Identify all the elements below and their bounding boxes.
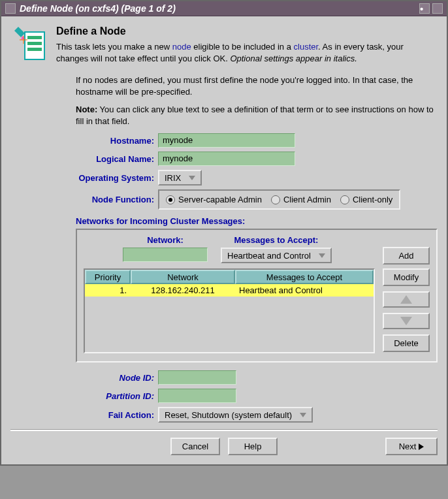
chevron-down-icon — [189, 176, 195, 180]
arrow-up-icon — [400, 295, 412, 304]
node-id-input[interactable] — [158, 370, 236, 385]
wizard-icon — [10, 25, 48, 65]
os-value: IRIX — [165, 173, 181, 183]
svg-rect-2 — [27, 42, 42, 45]
col-messages[interactable]: Messages to Accept — [235, 270, 374, 284]
page-title: Define a Node — [56, 25, 438, 37]
node-function-group: Server-capable Admin Client Admin Client… — [158, 189, 400, 210]
footer: Cancel Help Next — [1, 435, 447, 464]
titlebar[interactable]: Define Node (on cxfs4) (Page 1 of 2) • — [1, 1, 447, 16]
link-node[interactable]: node — [172, 42, 191, 52]
svg-rect-1 — [27, 36, 42, 39]
hostname-label[interactable]: Hostname: — [10, 136, 158, 146]
move-up-button[interactable] — [383, 291, 430, 308]
network-field-label[interactable]: Network: — [147, 235, 184, 245]
os-dropdown[interactable]: IRIX — [158, 170, 202, 185]
col-network[interactable]: Network — [131, 270, 235, 284]
separator — [10, 429, 438, 431]
logicalname-label[interactable]: Logical Name: — [10, 154, 158, 164]
chevron-down-icon — [300, 413, 306, 417]
radio-client-admin[interactable]: Client Admin — [271, 195, 331, 204]
svg-marker-4 — [14, 27, 25, 37]
modify-button[interactable]: Modify — [383, 268, 430, 286]
paragraph-2: If no nodes are defined, you must first … — [76, 74, 438, 97]
window-title: Define Node (on cxfs4) (Page 1 of 2) — [20, 3, 176, 14]
help-button[interactable]: Help — [228, 438, 278, 455]
move-down-button[interactable] — [383, 313, 430, 329]
intro-text: This task lets you make a new node eligi… — [56, 41, 438, 64]
minimize-button[interactable]: • — [419, 3, 430, 14]
os-label[interactable]: Operating System: — [10, 173, 158, 183]
hostname-input[interactable]: mynode — [158, 133, 295, 148]
fail-action-label[interactable]: Fail Action: — [10, 410, 158, 420]
fail-action-dropdown[interactable]: Reset, Shutdown (system default) — [158, 407, 313, 423]
chevron-down-icon — [319, 253, 325, 258]
networks-section-title[interactable]: Networks for Incoming Cluster Messages: — [76, 216, 438, 226]
table-row[interactable]: 1. 128.162.240.211 Heartbeat and Control — [85, 284, 374, 297]
logicalname-input[interactable]: mynode — [158, 152, 295, 166]
link-cluster[interactable]: cluster — [294, 42, 319, 52]
radio-server-capable[interactable]: Server-capable Admin — [166, 195, 262, 204]
cancel-button[interactable]: Cancel — [170, 438, 220, 455]
arrow-right-icon — [419, 443, 424, 450]
networks-panel: Network: Messages to Accept: Heartbeat a… — [76, 229, 438, 362]
maximize-button[interactable] — [432, 3, 443, 14]
node-function-label[interactable]: Node Function: — [10, 195, 158, 204]
note-text: Note: You can click any blue text to see… — [76, 104, 438, 127]
node-id-label[interactable]: Node ID: — [10, 373, 158, 383]
content-area: Define a Node This task lets you make a … — [1, 16, 447, 431]
next-button[interactable]: Next — [385, 438, 438, 455]
partition-id-label[interactable]: Partition ID: — [10, 391, 158, 401]
partition-id-input[interactable] — [158, 389, 236, 403]
svg-rect-3 — [27, 48, 42, 51]
window: Define Node (on cxfs4) (Page 1 of 2) • — [0, 0, 448, 466]
col-priority[interactable]: Priority — [85, 270, 131, 284]
messages-field-label[interactable]: Messages to Accept: — [234, 235, 319, 245]
radio-client-only[interactable]: Client-only — [340, 195, 392, 204]
window-menu-icon[interactable] — [5, 3, 16, 14]
messages-dropdown[interactable]: Heartbeat and Control — [221, 248, 332, 263]
network-input[interactable] — [123, 248, 208, 262]
delete-button[interactable]: Delete — [383, 334, 430, 352]
add-button[interactable]: Add — [383, 247, 430, 265]
arrow-down-icon — [400, 317, 412, 325]
networks-table[interactable]: Priority Network Messages to Accept 1. 1… — [84, 268, 375, 353]
